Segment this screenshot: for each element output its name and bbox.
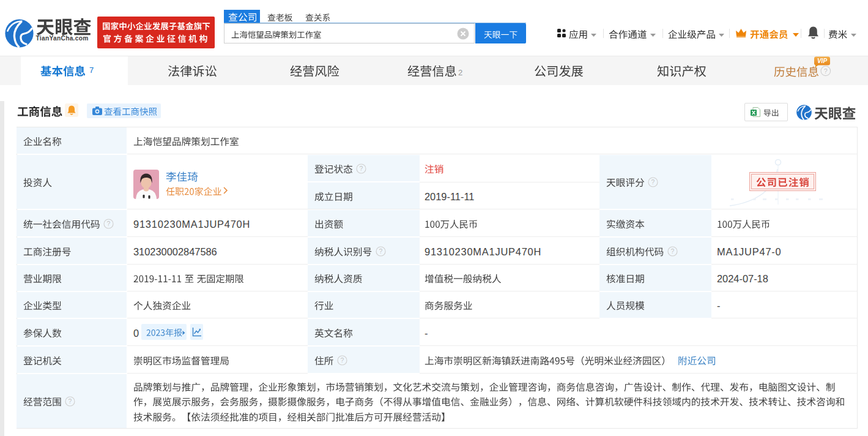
svg-text:VIP: VIP	[817, 58, 827, 64]
svg-text:?: ?	[107, 220, 111, 227]
svg-text:?: ?	[69, 398, 72, 405]
svg-text:?: ?	[379, 248, 382, 255]
svg-text:?: ?	[360, 165, 363, 172]
svg-text:?: ?	[670, 248, 674, 255]
svg-text:?: ?	[341, 357, 344, 364]
svg-text:?: ?	[651, 179, 655, 186]
